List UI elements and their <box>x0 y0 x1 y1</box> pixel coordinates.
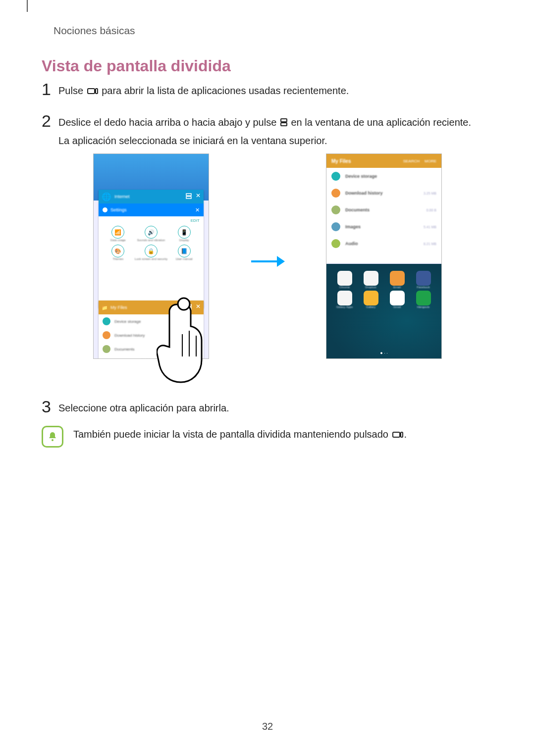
settings-shortcut-label: Lock screen and security <box>135 257 168 260</box>
file-category-row[interactable]: Download history <box>99 328 204 342</box>
svg-rect-16 <box>401 432 403 437</box>
category-icon <box>103 331 110 339</box>
file-category-row[interactable]: Documents <box>99 342 204 356</box>
category-label: Documents <box>345 207 370 212</box>
svg-rect-0 <box>88 89 95 94</box>
step-2-text-b: en la ventana de una aplicación reciente… <box>291 117 471 128</box>
app-label: Galaxy Apps <box>331 305 358 308</box>
globe-icon: 🌐 <box>102 192 111 202</box>
category-label: Documents <box>114 347 134 352</box>
svg-rect-5 <box>186 197 191 199</box>
step-2-text-c: La aplicación seleccionada se iniciará e… <box>58 135 327 146</box>
app-launcher-icon[interactable] <box>337 271 352 286</box>
app-launcher-icon[interactable] <box>390 271 405 286</box>
split-view-icon[interactable] <box>186 192 192 201</box>
note-bell-icon <box>42 426 63 448</box>
app-title: My Files <box>331 158 351 164</box>
phone-split-view: My Files SEARCH MORE Device storageDownl… <box>326 153 442 359</box>
category-icon <box>103 317 110 325</box>
step-1: 1 Pulse para abrir la lista de aplicacio… <box>42 82 493 101</box>
illustration-row: 🌐 Internet ✕ Settings ✕ EDIT 📶Data usag <box>93 153 442 391</box>
folder-icon: 📁 <box>102 305 107 310</box>
svg-rect-1 <box>96 89 98 94</box>
category-icon <box>331 189 340 198</box>
settings-shortcut-icon[interactable]: 🔊 <box>145 226 158 239</box>
category-icon <box>331 205 340 214</box>
svg-rect-2 <box>281 119 287 122</box>
file-category-row[interactable]: Device storage <box>326 168 441 185</box>
step-3: 3 Seleccione otra aplicación para abrirl… <box>42 399 493 417</box>
settings-shortcut-icon[interactable]: 📘 <box>178 245 191 257</box>
card-title: Internet <box>114 194 130 199</box>
step-1-text-b: para abrir la lista de aplicaciones usad… <box>102 85 349 96</box>
app-label: Hangouts <box>410 305 436 308</box>
note: También puede iniciar la vista de pantal… <box>42 426 493 448</box>
svg-marker-13 <box>277 256 285 267</box>
settings-shortcut-label: User manual <box>167 257 201 260</box>
step-2: 2 Deslice el dedo hacia arriba o hacia a… <box>42 113 493 150</box>
recents-icon <box>392 427 403 444</box>
category-icon <box>331 172 340 181</box>
app-launcher-icon[interactable] <box>364 291 378 305</box>
app-label: Gallery <box>358 305 384 308</box>
app-label: Dropbox <box>358 286 384 289</box>
split-view-icon[interactable] <box>186 303 192 312</box>
category-size: 0.00 B <box>427 208 436 212</box>
svg-rect-4 <box>186 194 191 196</box>
app-label: Chrome <box>331 286 358 289</box>
card-title: My Files <box>110 305 127 310</box>
app-label: Facebook <box>410 286 436 289</box>
note-text-b: . <box>404 429 407 440</box>
gear-icon <box>103 207 107 212</box>
page-heading: Vista de pantalla dividida <box>42 57 231 75</box>
settings-shortcut-icon[interactable]: 📱 <box>178 226 191 239</box>
category-label: Download history <box>114 333 145 338</box>
category-size: 5.41 MB <box>424 225 436 229</box>
category-label: Audio <box>345 241 358 246</box>
file-category-row[interactable]: Download history3.25 MB <box>326 185 441 202</box>
step-number: 2 <box>42 112 58 129</box>
recents-icon <box>87 83 98 101</box>
edit-link[interactable]: EDIT <box>99 216 204 223</box>
close-icon[interactable]: ✕ <box>196 192 201 201</box>
step-1-text-a: Pulse <box>58 85 86 96</box>
app-launcher-icon[interactable] <box>337 291 352 305</box>
file-category-row[interactable]: Images <box>99 356 204 359</box>
more-action[interactable]: MORE <box>425 159 436 163</box>
category-icon <box>103 345 110 353</box>
file-category-row[interactable]: Documents0.00 B <box>326 202 441 218</box>
file-category-row[interactable]: Images5.41 MB <box>326 218 441 235</box>
recents-card-internet: 🌐 Internet ✕ Settings ✕ EDIT 📶Data usag <box>99 190 204 308</box>
close-icon[interactable]: ✕ <box>196 303 201 312</box>
svg-rect-15 <box>393 432 400 437</box>
split-view-icon <box>280 114 287 132</box>
file-category-row[interactable]: Device storage <box>99 314 204 328</box>
category-label: Device storage <box>345 174 377 179</box>
app-launcher-icon[interactable] <box>390 291 405 305</box>
category-size: 3.25 MB <box>424 192 436 195</box>
category-icon <box>331 222 340 231</box>
close-icon[interactable]: ✕ <box>195 207 200 213</box>
category-icon <box>331 239 340 248</box>
step-number: 3 <box>42 398 58 415</box>
search-action[interactable]: SEARCH <box>403 159 420 163</box>
close-all-button[interactable]: CLOSE ALL <box>99 358 204 359</box>
breadcrumb: Nociones básicas <box>54 25 135 37</box>
svg-rect-3 <box>281 123 287 126</box>
settings-shortcut-icon[interactable]: 🔒 <box>145 245 158 257</box>
settings-shortcut-icon[interactable]: 🎨 <box>111 245 124 257</box>
settings-shortcut-icon[interactable]: 📶 <box>111 226 124 239</box>
arrow-right-icon <box>250 254 285 271</box>
category-label: Download history <box>345 191 383 196</box>
app-launcher-icon[interactable] <box>364 271 378 286</box>
category-label: Device storage <box>114 319 141 324</box>
app-launcher-icon[interactable] <box>416 271 431 286</box>
step-3-text: Seleccione otra aplicación para abrirla. <box>58 399 493 417</box>
file-category-row[interactable]: Audio8.21 MB <box>326 235 441 252</box>
note-text-a: También puede iniciar la vista de pantal… <box>73 429 391 440</box>
settings-shortcut-label: Themes <box>102 257 135 260</box>
app-label: Gmail <box>384 305 410 308</box>
recents-card-myfiles: 📁 My Files ✕ Device storageDownload hist… <box>99 301 204 359</box>
card-subtitle: Settings <box>110 207 127 212</box>
app-launcher-icon[interactable] <box>416 291 431 305</box>
